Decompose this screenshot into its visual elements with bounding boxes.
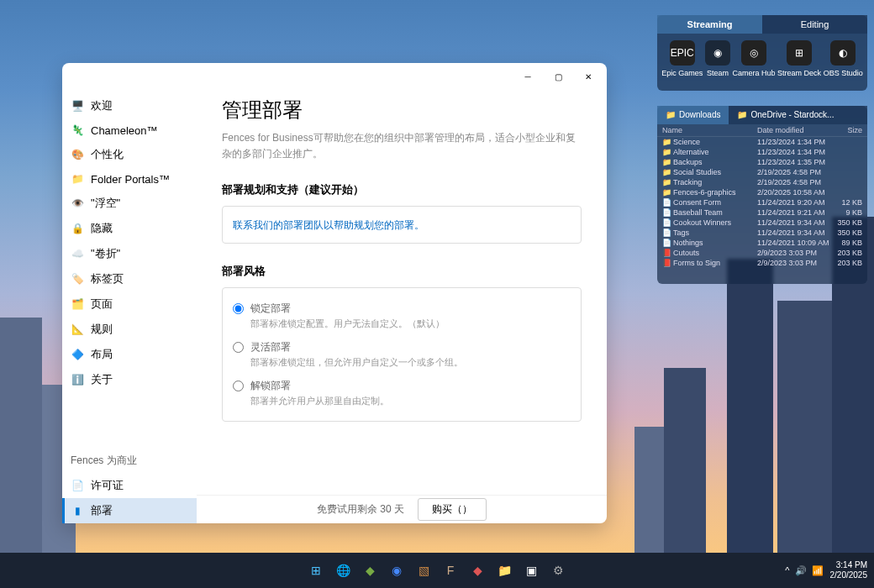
file-list-header: Name Date modified Size (657, 124, 867, 137)
page-description: Fences for Business可帮助您在您的组织中部署管理的布局，适合小… (222, 130, 582, 162)
explorer-icon[interactable]: 📁 (492, 559, 516, 582)
file-date: 11/23/2024 1:35 PM (757, 158, 833, 166)
taskbar-clock[interactable]: 3:14 PM 2/20/2025 (830, 560, 868, 580)
deploy-style-option[interactable]: 锁定部署部署标准锁定配置。用户无法自定义。（默认） (231, 297, 572, 335)
fence-tab-streaming[interactable]: Streaming (657, 15, 762, 34)
radio-input[interactable] (233, 303, 244, 314)
sidebar-item-9[interactable]: 📐规则 (62, 317, 197, 342)
sidebar-item-4[interactable]: 👁️"浮空" (62, 191, 197, 216)
app-icon-image: ◎ (741, 40, 766, 66)
file-row[interactable]: 📁Tracking2/19/2025 4:58 PM (657, 177, 867, 187)
sidebar-item-7[interactable]: 🏷️标签页 (62, 266, 197, 291)
close-button[interactable]: ✕ (573, 65, 603, 88)
deploy-icon: ▮ (71, 504, 84, 517)
file-icon: 📄 (662, 218, 671, 227)
app-launcher[interactable]: ⊞Stream Deck (777, 40, 821, 77)
sidebar-item-11[interactable]: ℹ️关于 (62, 367, 197, 392)
file-icon: 📄 (662, 228, 671, 237)
fences-icon[interactable]: F (439, 559, 462, 582)
radio-input[interactable] (233, 342, 244, 353)
file-row[interactable]: 📄Tags11/24/2021 9:34 AM350 KB (657, 228, 867, 238)
clock-time: 3:14 PM (830, 560, 868, 570)
app8-icon[interactable]: ▣ (519, 559, 543, 582)
app-launcher[interactable]: EPICEpic Games (661, 40, 703, 77)
file-size: 350 KB (833, 218, 862, 227)
maximize-button[interactable]: ▢ (543, 65, 573, 88)
system-tray[interactable]: ^ 🔊 📶 (785, 565, 823, 576)
file-row[interactable]: 📁Social Studies2/19/2025 4:58 PM (657, 167, 867, 177)
section-style: 部署风格 (222, 264, 582, 279)
col-size[interactable]: Size (833, 126, 862, 134)
file-row[interactable]: 📄Cookout Winners11/24/2021 9:34 AM350 KB (657, 218, 867, 228)
file-date: 11/24/2021 9:34 AM (757, 228, 833, 237)
app3-icon[interactable]: ◉ (385, 559, 408, 582)
file-row[interactable]: 📕Cutouts2/9/2023 3:03 PM203 KB (657, 248, 867, 258)
sidebar-item-8[interactable]: 🗂️页面 (62, 291, 197, 317)
sidebar-icon: ℹ️ (71, 373, 84, 386)
tray-sound-icon[interactable]: 🔊 (795, 565, 807, 576)
sidebar-icon: 🔷 (71, 348, 84, 361)
file-icon: 📁 (662, 168, 671, 176)
sidebar-item-6[interactable]: ☁️"卷折" (62, 241, 197, 266)
sidebar-icon: 🦎 (71, 123, 84, 137)
sidebar-item-0[interactable]: 🖥️欢迎 (62, 93, 197, 118)
sidebar-item-label: "浮空" (91, 196, 120, 211)
tray-chevron-icon[interactable]: ^ (785, 565, 789, 576)
edge-icon[interactable]: 🌐 (331, 559, 355, 582)
sidebar-item-1[interactable]: 🦎Chameleon™ (62, 118, 197, 142)
clock-date: 2/20/2025 (830, 570, 868, 580)
folder-icon: 📁 (737, 106, 747, 124)
sidebar-item-label: Folder Portals™ (91, 173, 170, 186)
file-row[interactable]: 📁Science11/23/2024 1:34 PM (657, 137, 867, 147)
file-size: 89 KB (833, 239, 862, 247)
file-name: Baseball Team (673, 208, 723, 217)
sidebar-item-3[interactable]: 📁Folder Portals™ (62, 167, 197, 191)
file-name: Backups (673, 158, 703, 166)
contact-link-box: 联系我们的部署团队以帮助规划您的部署。 (222, 206, 582, 244)
file-row[interactable]: 📁Fences-6-graphics2/20/2025 10:58 AM (657, 187, 867, 197)
file-icon: 📁 (662, 148, 671, 156)
fence-tab-downloads[interactable]: 📁Downloads (657, 106, 729, 124)
sidebar-item-2[interactable]: 🎨个性化 (62, 142, 197, 167)
radio-label: 灵活部署 (250, 340, 463, 354)
file-icon: 📄 (662, 208, 671, 217)
tray-network-icon[interactable]: 📶 (812, 565, 824, 576)
file-row[interactable]: 📁Alternative11/23/2024 1:34 PM (657, 147, 867, 157)
start-button[interactable]: ⊞ (304, 559, 328, 582)
col-name[interactable]: Name (662, 126, 757, 134)
sidebar-item-license[interactable]: 📄 许可证 (62, 473, 197, 498)
deploy-style-option[interactable]: 解锁部署部署并允许用户从那里自由定制。 (231, 374, 572, 412)
app2-icon[interactable]: ◆ (358, 559, 382, 582)
fence-tab-onedrive[interactable]: 📁OneDrive - Stardock... (729, 106, 867, 124)
app-launcher[interactable]: ◐OBS Studio (824, 40, 863, 77)
fence-streaming[interactable]: Streaming Editing EPICEpic Games◉Steam◎C… (657, 15, 867, 91)
radio-input[interactable] (233, 381, 244, 391)
file-name: Forms to Sign (673, 259, 720, 267)
file-name: Tags (673, 228, 689, 237)
file-row[interactable]: 📄Consent Form11/24/2021 9:20 AM12 KB (657, 197, 867, 207)
file-row[interactable]: 📄Nothings11/24/2021 10:09 AM89 KB (657, 238, 867, 248)
buy-button[interactable]: 购买（） (418, 498, 487, 521)
taskbar[interactable]: ⊞ 🌐 ◆ ◉ ▧ F ◆ 📁 ▣ ⚙ ^ 🔊 📶 3:14 PM 2/20/2… (0, 553, 874, 588)
file-row[interactable]: 📁Backups11/23/2024 1:35 PM (657, 157, 867, 167)
sidebar-item-10[interactable]: 🔷布局 (62, 342, 197, 367)
fence-downloads[interactable]: 📁Downloads 📁OneDrive - Stardock... Name … (657, 106, 867, 284)
sidebar-item-label: Chameleon™ (91, 124, 158, 137)
file-row[interactable]: 📄Baseball Team11/24/2021 9:21 AM9 KB (657, 207, 867, 218)
deploy-style-option[interactable]: 灵活部署部署标准锁定组，但允许用户自定义一个或多个组。 (231, 335, 572, 374)
file-size: 12 KB (833, 198, 862, 207)
contact-link[interactable]: 联系我们的部署团队以帮助规划您的部署。 (233, 219, 424, 231)
sidebar-item-deploy[interactable]: ▮ 部署 (62, 498, 197, 523)
minimize-button[interactable]: ─ (513, 65, 543, 88)
fence-tab-editing[interactable]: Editing (762, 15, 867, 34)
app-launcher[interactable]: ◉Steam (705, 40, 730, 77)
taskbar-center: ⊞ 🌐 ◆ ◉ ▧ F ◆ 📁 ▣ ⚙ (304, 559, 570, 582)
file-row[interactable]: 📕Forms to Sign2/9/2023 3:03 PM203 KB (657, 258, 867, 268)
settings-icon[interactable]: ⚙ (546, 559, 570, 582)
sidebar-icon: 🏷️ (71, 272, 84, 286)
col-date[interactable]: Date modified (757, 126, 833, 134)
app4-icon[interactable]: ▧ (412, 559, 435, 582)
app6-icon[interactable]: ◆ (466, 559, 489, 582)
app-launcher[interactable]: ◎Camera Hub (732, 40, 775, 77)
sidebar-item-5[interactable]: 🔒隐藏 (62, 216, 197, 241)
